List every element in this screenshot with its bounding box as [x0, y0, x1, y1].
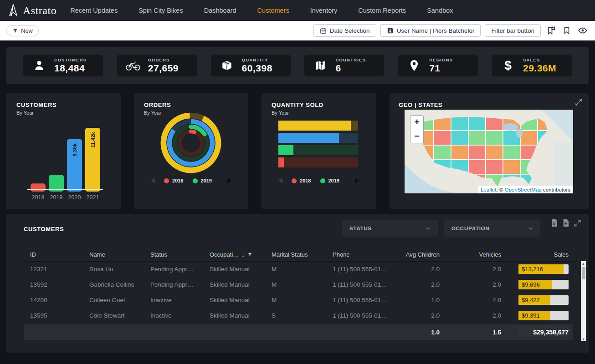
zoom-in-button[interactable]: +	[410, 116, 423, 129]
export-file-icon[interactable]	[562, 219, 569, 227]
customers-by-year-bar-chart[interactable]: 9.30k11.42k2018201920202021	[6, 119, 121, 207]
kpi-value: 60,398	[242, 63, 272, 74]
us-state-region[interactable]	[468, 131, 486, 145]
nav-item-dashboard[interactable]: Dashboard	[204, 7, 236, 14]
status-filter-dropdown[interactable]: STATUS	[342, 220, 438, 237]
astrato-dashboard: Astrato Recent UpdatesSpin City BikesDas…	[0, 0, 595, 364]
bar-value-label: 11.42k	[90, 131, 96, 147]
cell-avg-children: 1.0	[387, 297, 444, 303]
column-header-avg-children[interactable]: Avg Children	[387, 251, 444, 258]
scroll-down-arrow[interactable]: ▼	[581, 337, 586, 341]
nav-item-sandbox[interactable]: Sandbox	[427, 7, 453, 14]
table-row-13595[interactable]: 13595Cole StewartInactiveSkilled ManualS…	[24, 308, 573, 323]
kpi-band: CUSTOMERS18,484ORDERS27,659QUANTITY60,39…	[6, 47, 589, 84]
legend-item-2019[interactable]: 2019	[193, 178, 212, 183]
expand-icon[interactable]	[574, 219, 581, 227]
us-state-region[interactable]	[468, 116, 486, 131]
nav-item-inventory[interactable]: Inventory	[310, 7, 338, 14]
nav-item-custom-reports[interactable]: Custom Reports	[358, 7, 406, 14]
legend-prev-arrow[interactable]	[278, 178, 282, 183]
pin-icon	[406, 59, 422, 72]
hbar-2018[interactable]	[278, 157, 358, 167]
sales-value: $9,422	[518, 297, 540, 303]
column-header-name[interactable]: Name	[83, 251, 144, 258]
legend-item-2018[interactable]: 2018	[164, 178, 183, 183]
eye-icon[interactable]	[577, 25, 589, 36]
us-state-region[interactable]	[520, 131, 538, 145]
bookmark-icon[interactable]	[561, 25, 573, 36]
choropleth-map[interactable]	[405, 110, 573, 193]
map-zoom-control: + −	[410, 115, 424, 143]
column-header-status[interactable]: Status	[144, 251, 203, 258]
us-state-region[interactable]	[503, 160, 520, 174]
date-selection-button[interactable]: Date Selection	[313, 24, 376, 37]
x-axis-label: 2018	[32, 194, 45, 201]
nav-item-recent-updates[interactable]: Recent Updates	[70, 7, 118, 14]
us-state-region[interactable]	[451, 116, 468, 131]
scroll-up-arrow[interactable]: ▲	[581, 261, 586, 266]
table-row-13592[interactable]: 13592Gabriella CollinsPending Appr…Skill…	[24, 277, 573, 292]
new-filter-button[interactable]: New	[6, 25, 39, 36]
zoom-out-button[interactable]: −	[410, 129, 423, 143]
scrollbar-thumb[interactable]	[582, 267, 585, 279]
legend-next-arrow[interactable]	[227, 178, 231, 183]
us-state-region[interactable]	[486, 131, 503, 145]
legend-next-arrow[interactable]	[355, 178, 359, 183]
table-row-14200[interactable]: 14200Colleen GoelInactiveSkilled ManualM…	[24, 292, 573, 308]
hbar-2019[interactable]	[278, 145, 358, 155]
cell-sales: $9,422	[506, 295, 573, 305]
occupation-filter-dropdown[interactable]: OCCUPATION	[444, 220, 540, 237]
us-state-region[interactable]	[451, 131, 468, 145]
quantity-chart-card: QUANTITY SOLD By Year 20182019	[262, 93, 376, 209]
sales-value: $9,696	[518, 281, 540, 288]
sort-desc-icon[interactable]: ↓	[241, 251, 245, 258]
nav-item-customers[interactable]: Customers	[257, 7, 289, 14]
us-state-region[interactable]	[468, 145, 486, 160]
quantity-by-year-hbar-chart[interactable]	[278, 121, 358, 170]
orders-by-year-donut-chart[interactable]	[154, 106, 227, 179]
column-filter-icon[interactable]	[247, 252, 252, 257]
status-dropdown-label: STATUS	[349, 226, 372, 231]
column-header-sales[interactable]: Sales	[506, 251, 573, 258]
column-header-phone[interactable]: Phone	[326, 251, 387, 258]
expand-icon[interactable]	[575, 98, 583, 106]
bar-2018[interactable]	[31, 183, 46, 192]
cell-name: Cole Stewart	[83, 312, 144, 319]
cell-id: 14200	[24, 297, 83, 303]
totals-sales: $29,358,677	[506, 329, 573, 336]
kpi-value: 27,659	[148, 63, 179, 74]
us-states-map[interactable]: + − Leaflet, © OpenStreetMap contributor…	[405, 110, 573, 193]
geo-states-card: GEO | STATES + − Leaflet, © OpenStreetMa…	[390, 93, 589, 209]
astrato-logo[interactable]: Astrato	[7, 4, 56, 17]
us-state-region[interactable]	[451, 145, 468, 160]
filter-bar-button[interactable]: Filter bar button	[485, 24, 541, 37]
bookmark-add-icon[interactable]	[545, 25, 557, 36]
cell-vehicles: 2.0	[444, 266, 506, 273]
us-state-region[interactable]	[434, 131, 451, 145]
table-row-12321[interactable]: 12321Rosa HuPending Appr…Skilled ManualM…	[24, 261, 573, 277]
us-state-region[interactable]	[503, 145, 520, 160]
hbar-2020[interactable]	[278, 133, 358, 143]
us-state-region[interactable]	[434, 145, 451, 160]
legend-dot	[193, 178, 198, 183]
hbar-2021[interactable]	[278, 121, 358, 131]
legend-item-2019[interactable]: 2019	[320, 178, 339, 183]
user-name-button[interactable]: User Name | Piers Batchelor	[380, 24, 481, 37]
column-header-occupati[interactable]: Occupati…↓	[203, 251, 265, 258]
leaflet-link[interactable]: Leaflet	[481, 187, 497, 192]
column-label: Occupati…	[210, 251, 239, 258]
osm-link[interactable]: OpenStreetMap	[505, 187, 542, 192]
legend-item-2018[interactable]: 2018	[292, 178, 311, 183]
bar-2019[interactable]	[49, 175, 64, 192]
column-header-marital-status[interactable]: Marital Status	[265, 251, 326, 258]
column-label: Marital Status	[272, 251, 308, 258]
legend-prev-arrow[interactable]	[151, 178, 155, 183]
export-excel-icon[interactable]: X	[551, 219, 558, 227]
table-scrollbar[interactable]: ▲ ▼	[581, 261, 586, 341]
column-header-id[interactable]: ID	[24, 251, 83, 258]
column-header-vehicles[interactable]: Vehicles	[444, 251, 506, 258]
us-state-region[interactable]	[486, 160, 503, 174]
us-state-region[interactable]	[468, 160, 486, 174]
us-state-region[interactable]	[486, 145, 503, 160]
nav-item-spin-city-bikes[interactable]: Spin City Bikes	[138, 7, 183, 14]
